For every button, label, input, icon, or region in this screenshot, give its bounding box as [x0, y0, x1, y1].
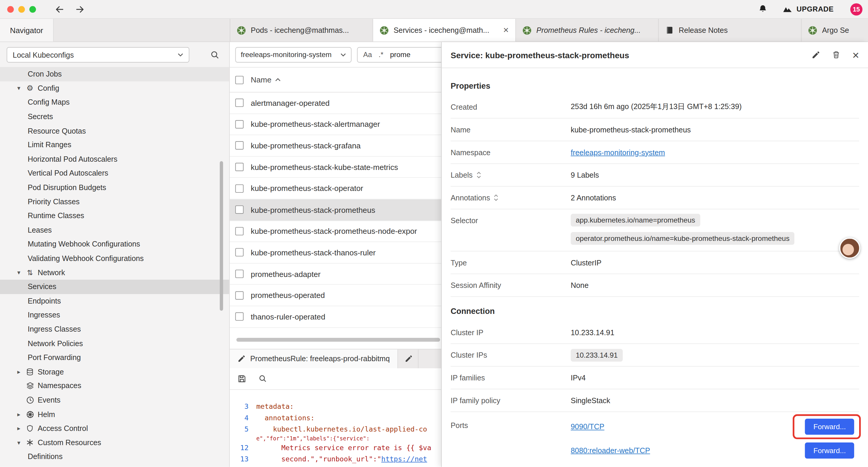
sidebar-item-validating-webhook-configurations[interactable]: Validating Webhook Configurations — [0, 251, 229, 265]
save-icon[interactable] — [238, 374, 246, 383]
row-checkbox[interactable] — [235, 291, 243, 299]
row-checkbox[interactable] — [235, 120, 243, 128]
tab-argo-se[interactable]: Argo Se — [802, 19, 868, 42]
dock-tab-prometheusrule-freeleaps-prod-rabbitmq[interactable]: PrometheusRule: freeleaps-prod-rabbitmq — [230, 349, 398, 368]
service-name: kube-prometheus-stack-grafana — [251, 141, 361, 150]
row-checkbox[interactable] — [235, 206, 243, 214]
row-label: Type — [451, 258, 467, 267]
expand-toggle-icon[interactable] — [476, 172, 481, 178]
sidebar-item-priority-classes[interactable]: Priority Classes — [0, 195, 229, 209]
sidebar-item-custom-resources[interactable]: ▾Custom Resources — [0, 436, 229, 450]
sidebar-item-access-control[interactable]: ▸Access Control — [0, 421, 229, 436]
editor-search-icon[interactable] — [258, 375, 267, 383]
sidebar-item-ingresses[interactable]: Ingresses — [0, 308, 229, 322]
tab-release-notes[interactable]: Release Notes — [659, 19, 802, 42]
row-checkbox[interactable] — [235, 227, 243, 235]
sidebar-item-port-forwarding[interactable]: Port Forwarding — [0, 351, 229, 365]
port-link[interactable]: 9090/TCP — [571, 423, 604, 431]
sidebar-item-config-maps[interactable]: Config Maps — [0, 95, 229, 110]
sidebar-item-label: Resource Quotas — [28, 126, 86, 135]
sidebar-item-secrets[interactable]: Secrets — [0, 110, 229, 124]
notification-count-badge[interactable]: 15 — [850, 3, 862, 15]
chevron-right-icon: ▸ — [14, 425, 23, 432]
edit-icon[interactable] — [811, 51, 819, 59]
sidebar-item-config[interactable]: ▾⚙Config — [0, 81, 229, 95]
delete-icon[interactable] — [832, 51, 840, 59]
sidebar-item-limit-ranges[interactable]: Limit Ranges — [0, 138, 229, 152]
sidebar-item-storage[interactable]: ▸Storage — [0, 365, 229, 379]
forward-button[interactable]: Forward... — [805, 419, 854, 435]
close-drawer-icon[interactable]: × — [852, 49, 859, 61]
row-label: Namespace — [451, 148, 490, 156]
sidebar-item-resource-quotas[interactable]: Resource Quotas — [0, 124, 229, 138]
chevron-down-icon: ▾ — [14, 85, 23, 92]
connection-row-ip-family-policy: IP family policy SingleStack — [451, 389, 859, 412]
window-titlebar: UPGRADE 15 — [0, 0, 868, 19]
sidebar-item-runtime-classes[interactable]: Runtime Classes — [0, 209, 229, 223]
sidebar-item-label: Config Maps — [28, 98, 70, 107]
namespace-select[interactable]: freeleaps-monitoring-system — [235, 47, 351, 62]
sidebar-item-events[interactable]: Events — [0, 393, 229, 407]
sidebar-item-network-policies[interactable]: Network Policies — [0, 337, 229, 351]
row-checkbox[interactable] — [235, 99, 243, 107]
tab-services-icecheng-math[interactable]: Services - icecheng@math...× — [373, 19, 516, 42]
sidebar-scrollbar[interactable] — [220, 161, 223, 311]
row-label: Ports — [451, 421, 468, 430]
app-window: UPGRADE 15 Navigator Pods - icecheng@mat… — [0, 0, 868, 467]
chevron-right-icon: ▸ — [14, 411, 23, 418]
editor-tabs: Pods - icecheng@mathmas...Services - ice… — [230, 19, 868, 42]
forward-icon[interactable] — [75, 5, 85, 13]
row-checkbox[interactable] — [235, 142, 243, 150]
close-window-button[interactable] — [7, 6, 13, 12]
select-all-checkbox[interactable] — [235, 76, 243, 84]
sidebar-item-helm[interactable]: ▸Helm — [0, 407, 229, 421]
sidebar-item-definitions[interactable]: Definitions — [0, 450, 229, 464]
dock-tab-partial[interactable] — [398, 349, 418, 368]
close-tab-icon[interactable]: × — [503, 25, 509, 35]
sidebar-item-endpoints[interactable]: Endpoints — [0, 294, 229, 308]
sidebar-item-ingress-classes[interactable]: Ingress Classes — [0, 322, 229, 337]
connection-section-heading: Connection — [451, 305, 859, 317]
name-column-label: Name — [251, 76, 272, 84]
drawer-title: Service: kube-prometheus-stack-prometheu… — [451, 50, 799, 60]
selector-badge: app.kubernetes.io/name=prometheus — [571, 214, 700, 226]
kubeconfig-select[interactable]: Local Kubeconfigs — [6, 47, 189, 62]
row-checkbox[interactable] — [235, 248, 243, 257]
sidebar-item-horizontal-pod-autoscalers[interactable]: Horizontal Pod Autoscalers — [0, 152, 229, 166]
sidebar-item-leases[interactable]: Leases — [0, 223, 229, 237]
minimize-window-button[interactable] — [18, 6, 25, 12]
tab-pods-icecheng-mathmas[interactable]: Pods - icecheng@mathmas... — [230, 19, 373, 42]
forward-button[interactable]: Forward... — [805, 442, 854, 459]
custom-resources-icon — [24, 439, 35, 446]
sidebar-item-mutating-webhook-configurations[interactable]: Mutating Webhook Configurations — [0, 237, 229, 251]
regex-toggle[interactable]: .* — [378, 51, 383, 59]
back-icon[interactable] — [55, 5, 64, 13]
row-checkbox[interactable] — [235, 184, 243, 193]
row-checkbox[interactable] — [235, 163, 243, 171]
zoom-window-button[interactable] — [29, 6, 36, 12]
user-avatar[interactable] — [839, 238, 860, 259]
edit-icon — [405, 355, 412, 362]
selector-badge: operator.prometheus.io/name=kube-prometh… — [571, 232, 795, 245]
name-column-header[interactable]: Name — [251, 76, 281, 84]
expand-toggle-icon[interactable] — [494, 195, 498, 201]
tab-prometheus-rules-icecheng[interactable]: Prometheus Rules - icecheng... — [516, 19, 658, 42]
sidebar-item-namespaces[interactable]: Namespaces — [0, 379, 229, 393]
sidebar-item-pod-disruption-budgets[interactable]: Pod Disruption Budgets — [0, 180, 229, 195]
sidebar-search-icon[interactable] — [210, 51, 219, 59]
upgrade-label: UPGRADE — [797, 5, 834, 13]
upgrade-button[interactable]: UPGRADE — [783, 5, 834, 13]
sidebar-item-label: Leases — [28, 226, 52, 234]
service-name: alertmanager-operated — [251, 98, 330, 107]
row-checkbox[interactable] — [235, 313, 243, 321]
port-link[interactable]: 8080:reloader-web/TCP — [571, 446, 650, 455]
sidebar-item-network[interactable]: ▾⇅Network — [0, 265, 229, 280]
match-case-toggle[interactable]: Aa — [363, 51, 372, 59]
notifications-bell-icon[interactable] — [758, 4, 767, 14]
horizontal-scrollbar[interactable] — [236, 338, 440, 341]
sidebar-item-cron-jobs[interactable]: Cron Jobs — [0, 67, 229, 81]
row-checkbox[interactable] — [235, 270, 243, 278]
sidebar-item-services[interactable]: Services — [0, 280, 229, 294]
namespace-link[interactable]: freeleaps-monitoring-system — [571, 148, 665, 156]
sidebar-item-vertical-pod-autoscalers[interactable]: Vertical Pod Autoscalers — [0, 166, 229, 180]
